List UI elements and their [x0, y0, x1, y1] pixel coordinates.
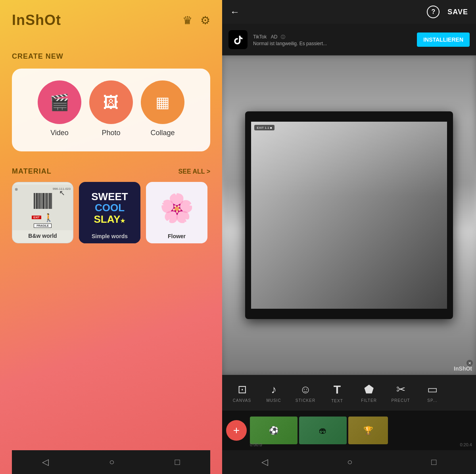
video-screen: EXIT 1-1 ■ ▶ — [251, 122, 447, 309]
ad-subtitle: Normal ist langweilig. Es passiert... — [253, 41, 411, 46]
ad-banner: TikTok AD ⓘ Normal ist langweilig. Es pa… — [222, 24, 476, 55]
sticker-label: STICKER — [296, 398, 315, 403]
see-all-button[interactable]: SEE ALL > — [178, 168, 210, 175]
left-bottom-nav: ◁ ○ □ — [12, 450, 210, 474]
back-button[interactable]: ← — [230, 6, 240, 17]
tools-bar: ⊡ CANVAS ♪ MUSIC ☺ STICKER T TEXT ⬟ FILT… — [222, 375, 476, 411]
header-icons: ♛ ⚙ — [182, 14, 210, 27]
material-item-flower[interactable]: 🌸 Flower — [146, 182, 207, 243]
right-header: ← ? SAVE — [222, 0, 476, 24]
photo-label: Photo — [102, 129, 120, 137]
cursor-icon: ↖ — [59, 189, 65, 197]
ad-badge: AD — [271, 34, 278, 40]
flower-thumbnail: 🌸 — [146, 185, 207, 231]
create-buttons-row: 🎬 Video 🖼 Photo ▦ Collage — [38, 80, 184, 137]
right-bottom-nav: ◁ ○ □ — [222, 450, 476, 474]
clip-1-inner: ⚽ — [250, 417, 298, 444]
music-icon: ♪ — [271, 383, 276, 396]
right-back-nav-icon[interactable]: ◁ — [261, 457, 268, 467]
help-button[interactable]: ? — [427, 6, 440, 18]
close-watermark-button[interactable]: ✕ — [466, 360, 473, 366]
precut-tool[interactable]: ✂ PRECUT — [385, 380, 416, 406]
canvas-icon: ⊡ — [238, 383, 247, 396]
simple-words-content: SWEET COOL SLAY★ — [79, 185, 140, 231]
photo-button[interactable]: 🖼 Photo — [89, 80, 133, 137]
collage-circle: ▦ — [141, 80, 184, 124]
video-circle: 🎬 — [38, 80, 81, 124]
add-clip-button[interactable]: + — [226, 420, 247, 441]
video-preview: EXIT 1-1 ■ ▶ InShOt ✕ — [222, 55, 476, 375]
canvas-tool[interactable]: ⊡ CANVAS — [226, 380, 258, 406]
recents-nav-icon[interactable]: □ — [175, 457, 180, 467]
sticker-icon: ☺ — [300, 383, 311, 396]
timeline-clip-2[interactable]: 🏟 — [299, 417, 347, 444]
right-recents-nav-icon[interactable]: □ — [431, 457, 436, 467]
right-home-nav-icon[interactable]: ○ — [347, 457, 352, 467]
simple-words-label: Simple words — [79, 231, 140, 243]
bw-world-label: B&w world — [12, 230, 73, 243]
timeline-clip-3[interactable]: 🏆 — [348, 417, 388, 444]
photo-circle: 🖼 — [89, 80, 133, 124]
split-label: SP... — [427, 398, 437, 403]
canvas-label: CANVAS — [233, 398, 251, 403]
material-item-bw-world[interactable]: ⊗ 996-111-023 ↖ — [12, 182, 73, 243]
create-new-card: 🎬 Video 🖼 Photo ▦ Collage — [12, 69, 210, 151]
video-button[interactable]: 🎬 Video — [38, 80, 81, 137]
video-tv: EXIT 1-1 ■ ▶ — [245, 111, 453, 319]
fragile-sign: FRAGILE — [34, 224, 52, 228]
exit-sign: EXIT — [32, 216, 41, 219]
bw-bottom-area: EXIT 🚶 FRAGILE — [32, 210, 54, 228]
settings-icon[interactable]: ⚙ — [200, 14, 210, 27]
save-button[interactable]: SAVE — [447, 8, 468, 16]
ad-title: TikTok AD ⓘ — [253, 33, 411, 40]
home-nav-icon[interactable]: ○ — [109, 457, 114, 467]
collage-label: Collage — [150, 129, 175, 137]
filter-label: FILTER — [361, 398, 377, 403]
timeline-timestamps: 0:00.0 0:20.4 — [250, 442, 472, 447]
circle-x-icon: ⊗ — [15, 187, 18, 191]
left-panel: InShOt ♛ ⚙ CREATE NEW 🎬 Video 🖼 Photo — [0, 0, 222, 474]
material-section: MATERIAL SEE ALL > ⊗ 996-111-023 ↖ — [12, 167, 210, 450]
filter-tool[interactable]: ⬟ FILTER — [353, 380, 385, 406]
filter-icon: ⬟ — [364, 383, 374, 396]
text-label: TEXT — [331, 399, 343, 403]
install-button[interactable]: INSTALLIEREN — [417, 32, 470, 47]
timeline-clip-1[interactable]: ⚽ — [250, 417, 298, 444]
collage-icon: ▦ — [155, 94, 170, 111]
ad-text: TikTok AD ⓘ Normal ist langweilig. Es pa… — [253, 33, 411, 46]
right-panel: ← ? SAVE TikTok AD ⓘ Normal ist langweil… — [222, 0, 476, 474]
video-screen-inner: EXIT 1-1 ■ ▶ — [251, 122, 447, 309]
clip-2-inner: 🏟 — [299, 417, 347, 444]
clip-3-inner: 🏆 — [348, 417, 388, 444]
timeline-clips: ⚽ 🏟 🏆 — [250, 417, 472, 444]
photo-icon: 🖼 — [103, 94, 119, 111]
timestamp-start: 0:00.0 — [250, 442, 262, 447]
collage-button[interactable]: ▦ Collage — [141, 80, 184, 137]
sticker-tool[interactable]: ☺ STICKER — [290, 380, 321, 406]
right-header-actions: ? SAVE — [427, 6, 468, 18]
app-logo: InShOt — [12, 12, 61, 29]
create-new-label: CREATE NEW — [12, 52, 210, 61]
music-tool[interactable]: ♪ MUSIC — [258, 380, 290, 406]
back-nav-icon[interactable]: ◁ — [42, 457, 49, 467]
material-item-simple-words[interactable]: SWEET COOL SLAY★ Simple words — [79, 182, 140, 243]
sweet-text: SWEET COOL SLAY★ — [91, 191, 128, 225]
video-icon: 🎬 — [50, 93, 69, 112]
text-tool[interactable]: T TEXT — [321, 380, 353, 406]
crown-icon[interactable]: ♛ — [182, 14, 192, 27]
material-header: MATERIAL SEE ALL > — [12, 167, 210, 176]
video-label: Video — [50, 129, 69, 137]
timestamp-end: 0:20.4 — [460, 442, 472, 447]
inshot-watermark: InShOt — [454, 365, 472, 372]
tiktok-icon — [228, 30, 248, 49]
video-background: EXIT 1-1 ■ ▶ — [222, 55, 476, 375]
flower-emoji: 🌸 — [159, 192, 194, 224]
video-score-bar: EXIT 1-1 ■ — [254, 125, 274, 130]
music-label: MUSIC — [266, 398, 281, 403]
ad-label: ⓘ — [281, 34, 285, 39]
split-tool[interactable]: ▭ SP... — [416, 380, 448, 406]
timeline-bar: + ⚽ 🏟 🏆 0:00.0 0:20.4 — [222, 411, 476, 450]
split-icon: ▭ — [427, 383, 438, 396]
precut-icon: ✂ — [396, 383, 405, 396]
barcode-lines — [34, 193, 52, 209]
